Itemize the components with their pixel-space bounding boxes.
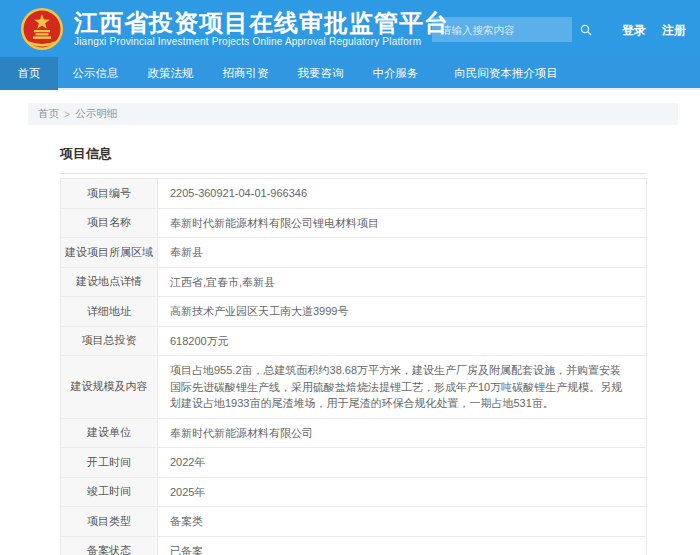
row-label: 项目名称: [61, 209, 158, 238]
row-value: 2205-360921-04-01-966346: [158, 179, 646, 208]
row-value: 618200万元: [158, 327, 646, 356]
row-value: 奉新时代新能源材料有限公司锂电材料项目: [158, 209, 646, 238]
nav-item-label: 政策法规: [148, 66, 194, 81]
row-label: 项目编号: [61, 179, 158, 208]
row-value: 2025年: [158, 478, 646, 507]
nav-item-label: 我要咨询: [298, 66, 344, 81]
row-value: 2022年: [158, 448, 646, 477]
nav-item-6[interactable]: 中介服务: [358, 57, 433, 90]
header-search: [432, 17, 572, 42]
national-emblem-logo: [20, 7, 64, 51]
table-row: 开工时间 2022年: [61, 448, 646, 478]
table-row: 项目总投资 618200万元: [61, 327, 646, 357]
row-label: 竣工时间: [61, 478, 158, 507]
row-value: 备案类: [158, 507, 646, 536]
search-button[interactable]: [580, 17, 592, 42]
nav-item-label: 向民间资本推介项目: [454, 66, 558, 81]
search-input[interactable]: [432, 17, 580, 42]
table-row: 详细地址 高新技术产业园区天工南大道3999号: [61, 297, 646, 327]
project-info-table: 项目编号 2205-360921-04-01-966346 项目名称 奉新时代新…: [60, 178, 647, 555]
row-label: 详细地址: [61, 297, 158, 326]
page-title: 项目信息: [60, 145, 700, 160]
title-divider: [60, 173, 647, 174]
row-label: 建设地点详情: [61, 268, 158, 297]
site-header: 江西省投资项目在线审批监管平台 Jiangxi Provincial Inves…: [0, 0, 700, 57]
table-row: 竣工时间 2025年: [61, 478, 646, 508]
table-row: 建设单位 奉新时代新能源材料有限公司: [61, 419, 646, 449]
row-label: 项目总投资: [61, 327, 158, 356]
nav-item-5[interactable]: 我要咨询: [283, 57, 358, 90]
nav-item-label: 首页: [18, 66, 41, 81]
nav-item-3[interactable]: 政策法规: [133, 57, 208, 90]
row-value: 奉新时代新能源材料有限公司: [158, 419, 646, 448]
row-value: 项目占地955.2亩，总建筑面积约38.68万平方米，建设生产厂房及附属配套设施…: [158, 356, 646, 418]
nav-item-7[interactable]: 向民间资本推介项目: [433, 57, 579, 90]
breadcrumb: 首页 > 公示明细: [28, 103, 678, 125]
login-link[interactable]: 登录: [622, 22, 646, 39]
table-row: 项目类型 备案类: [61, 507, 646, 537]
nav-item-label: 中介服务: [373, 66, 419, 81]
breadcrumb-current: 公示明细: [75, 107, 117, 121]
row-label: 开工时间: [61, 448, 158, 477]
row-label: 备案状态: [61, 537, 158, 555]
row-label: 建设项目所属区域: [61, 238, 158, 267]
table-row: 建设项目所属区域 奉新县: [61, 238, 646, 268]
table-row: 项目编号 2205-360921-04-01-966346: [61, 179, 646, 209]
auth-links: 登录 注册: [622, 22, 686, 39]
row-value: 高新技术产业园区天工南大道3999号: [158, 297, 646, 326]
breadcrumb-home[interactable]: 首页: [38, 107, 59, 121]
row-label: 建设单位: [61, 419, 158, 448]
nav-item-1[interactable]: 首页: [0, 57, 58, 90]
table-row: 项目名称 奉新时代新能源材料有限公司锂电材料项目: [61, 209, 646, 239]
site-subtitle: Jiangxi Provincial Investment Projects O…: [74, 36, 449, 48]
main-nav: 首页公示信息政策法规招商引资我要咨询中介服务向民间资本推介项目: [0, 57, 700, 90]
row-value: 已备案: [158, 537, 646, 555]
table-row: 备案状态 已备案: [61, 537, 646, 555]
nav-item-2[interactable]: 公示信息: [58, 57, 133, 90]
row-value: 江西省,宜春市,奉新县: [158, 268, 646, 297]
site-title-block: 江西省投资项目在线审批监管平台 Jiangxi Provincial Inves…: [74, 10, 449, 48]
row-value: 奉新县: [158, 238, 646, 267]
search-icon: [580, 24, 592, 36]
row-label: 建设规模及内容: [61, 356, 158, 418]
row-label: 项目类型: [61, 507, 158, 536]
table-row: 建设地点详情 江西省,宜春市,奉新县: [61, 268, 646, 298]
nav-item-label: 招商引资: [223, 66, 269, 81]
table-row: 建设规模及内容 项目占地955.2亩，总建筑面积约38.68万平方米，建设生产厂…: [61, 356, 646, 419]
nav-item-label: 公示信息: [73, 66, 119, 81]
breadcrumb-separator: >: [64, 108, 70, 120]
nav-item-4[interactable]: 招商引资: [208, 57, 283, 90]
register-link[interactable]: 注册: [662, 22, 686, 39]
site-title: 江西省投资项目在线审批监管平台: [74, 10, 449, 36]
